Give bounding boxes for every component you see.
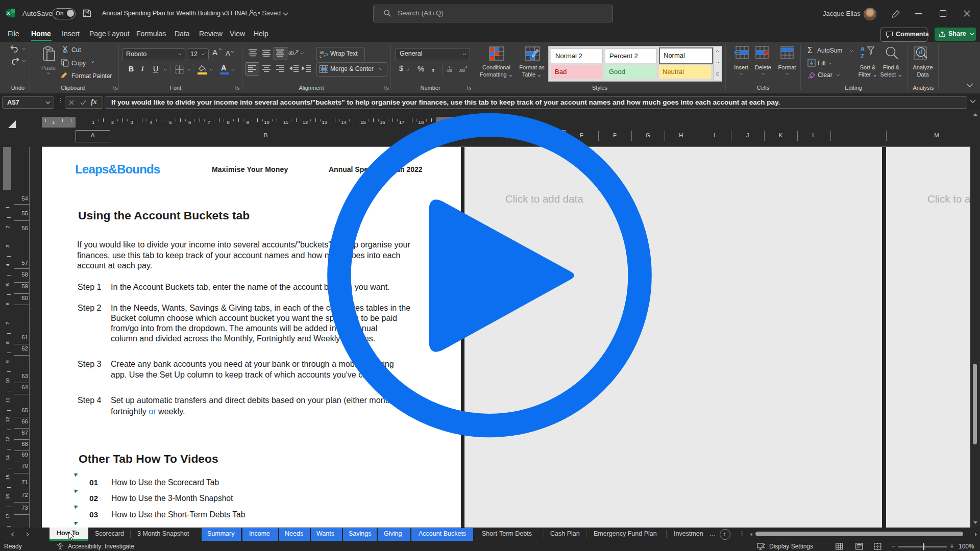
svg-text:A: A [861, 46, 865, 52]
svg-text:c: c [320, 54, 322, 58]
svg-text:X: X [7, 11, 10, 16]
svg-text:ab: ab [288, 50, 295, 56]
svg-text:.00: .00 [446, 68, 452, 73]
svg-text:Z: Z [861, 53, 864, 59]
svg-text:.00: .00 [459, 68, 465, 73]
